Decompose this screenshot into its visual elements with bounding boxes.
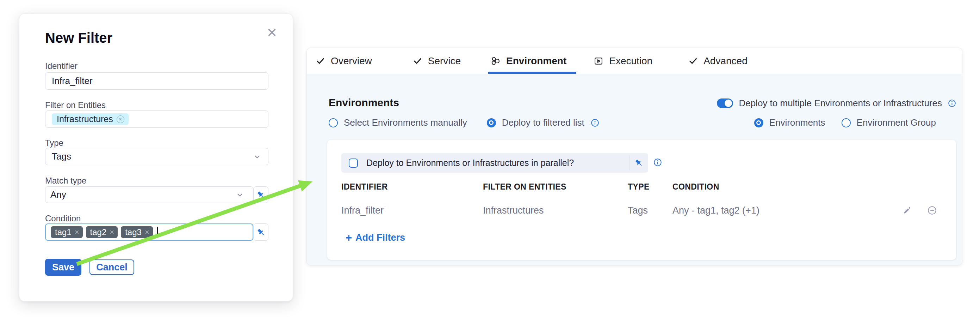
match-type-select[interactable]: Any [45, 186, 253, 203]
radio-select-manually[interactable]: Select Environments manually [329, 117, 467, 128]
radio-environment-group[interactable]: Environment Group [842, 117, 936, 128]
tab-label: Execution [609, 55, 652, 67]
close-icon[interactable]: ✕ [267, 26, 277, 39]
type-value: Tags [52, 151, 71, 162]
tag-chip: tag2 × [86, 226, 118, 238]
pin-icon [634, 158, 644, 168]
identifier-value: Infra_filter [52, 75, 93, 86]
remove-row-icon[interactable] [927, 205, 937, 215]
chevron-down-icon [235, 190, 245, 199]
check-icon [688, 56, 698, 66]
tab-label: Service [428, 55, 461, 67]
active-tab-underline [488, 72, 576, 74]
table-row[interactable]: Infra_filter Infrastructures Tags Any - … [341, 205, 895, 216]
new-filter-modal: New Filter ✕ Identifier Infra_filter Fil… [19, 13, 293, 301]
add-filters-label: Add Filters [355, 232, 405, 243]
pin-button[interactable] [629, 156, 648, 170]
pin-button[interactable] [253, 223, 269, 241]
parallel-checkbox-row: Deploy to Environments or Infrastructure… [341, 153, 648, 173]
target-radio-group: Environments Environment Group [754, 117, 936, 128]
radio-deploy-filtered-list[interactable]: Deploy to filtered list [487, 117, 600, 128]
radio-icon [487, 118, 496, 127]
condition-input[interactable]: tag1 × tag2 × tag3 × [45, 223, 253, 241]
condition-row: tag1 × tag2 × tag3 × [45, 223, 269, 241]
environment-icon [491, 56, 501, 66]
check-icon [316, 56, 325, 66]
tag-remove-icon[interactable]: × [110, 228, 114, 236]
check-icon [413, 56, 422, 66]
info-icon[interactable] [948, 99, 956, 108]
environments-section-header: Environments Select Environments manuall… [329, 97, 600, 128]
type-select[interactable]: Tags [45, 148, 269, 165]
type-label: Type [45, 138, 64, 148]
entities-chip: Infrastructures × [52, 113, 129, 125]
col-header-condition: CONDITION [673, 182, 895, 192]
parallel-checkbox-label: Deploy to Environments or Infrastructure… [366, 158, 574, 168]
tag-remove-icon[interactable]: × [145, 228, 150, 236]
match-type-label: Match type [45, 176, 86, 186]
entities-chip-label: Infrastructures [57, 114, 113, 124]
stage-tabbar: Overview Service Environment [307, 48, 962, 74]
cell-entities: Infrastructures [483, 205, 628, 216]
radio-icon [754, 118, 764, 127]
cell-identifier: Infra_filter [341, 205, 483, 216]
save-button[interactable]: Save [45, 259, 81, 276]
plus-icon: + [345, 232, 352, 243]
tab-overview[interactable]: Overview [316, 48, 372, 74]
add-filters-button[interactable]: + Add Filters [345, 232, 405, 243]
radio-label: Deploy to filtered list [502, 117, 584, 128]
identifier-label: Identifier [45, 61, 78, 71]
condition-label: Condition [45, 214, 81, 223]
mode-radio-group: Select Environments manually Deploy to f… [329, 117, 600, 128]
edit-pencil-icon[interactable] [902, 206, 912, 215]
cell-condition: Any - tag1, tag2 (+1) [673, 205, 895, 216]
tag-chip-label: tag1 [55, 227, 72, 237]
text-cursor [157, 227, 158, 238]
chip-remove-icon[interactable]: × [116, 115, 124, 123]
tab-advanced[interactable]: Advanced [688, 48, 748, 74]
tag-chip-label: tag2 [90, 227, 107, 237]
toggle-knob [725, 99, 732, 107]
tab-execution[interactable]: Execution [593, 48, 652, 74]
radio-environments[interactable]: Environments [754, 117, 826, 128]
radio-icon [842, 118, 851, 127]
parallel-checkbox[interactable] [349, 158, 358, 168]
match-type-row: Any [45, 186, 269, 203]
entities-label: Filter on Entities [45, 100, 106, 110]
stage-config-panel: Overview Service Environment [307, 48, 963, 266]
screen: New Filter ✕ Identifier Infra_filter Fil… [0, 0, 980, 317]
info-icon[interactable] [590, 118, 600, 127]
multi-env-toggle-row: Deploy to multiple Environments or Infra… [717, 98, 956, 109]
tab-label: Environment [506, 55, 566, 67]
filters-card: Deploy to Environments or Infrastructure… [327, 140, 956, 260]
pin-button[interactable] [253, 186, 269, 203]
pin-icon [256, 190, 266, 200]
table-header-row: IDENTIFIER FILTER ON ENTITIES TYPE CONDI… [341, 182, 895, 192]
col-header-type: TYPE [628, 182, 673, 192]
chevron-down-icon [253, 152, 262, 161]
info-icon[interactable] [653, 158, 662, 167]
execution-icon [593, 56, 603, 66]
row-actions [902, 205, 937, 215]
radio-label: Select Environments manually [344, 117, 467, 128]
col-header-identifier: IDENTIFIER [341, 182, 483, 192]
tab-environment[interactable]: Environment [491, 48, 566, 74]
pin-icon [256, 227, 266, 237]
cancel-button[interactable]: Cancel [89, 259, 134, 275]
identifier-input[interactable]: Infra_filter [45, 72, 269, 90]
match-type-value: Any [50, 189, 66, 200]
tag-chip: tag1 × [51, 226, 83, 238]
radio-label: Environment Group [857, 117, 936, 128]
entities-input[interactable]: Infrastructures × [45, 110, 269, 128]
modal-title: New Filter [45, 30, 112, 46]
toggle-label: Deploy to multiple Environments or Infra… [739, 98, 942, 109]
section-heading: Environments [329, 97, 600, 109]
tab-service[interactable]: Service [413, 48, 461, 74]
tag-chip-label: tag3 [125, 227, 142, 237]
tag-remove-icon[interactable]: × [75, 228, 79, 236]
radio-label: Environments [769, 117, 826, 128]
tag-chip: tag3 × [121, 226, 153, 238]
col-header-entities: FILTER ON ENTITIES [483, 182, 628, 192]
multi-env-toggle[interactable] [717, 98, 733, 108]
tab-label: Overview [331, 55, 372, 67]
